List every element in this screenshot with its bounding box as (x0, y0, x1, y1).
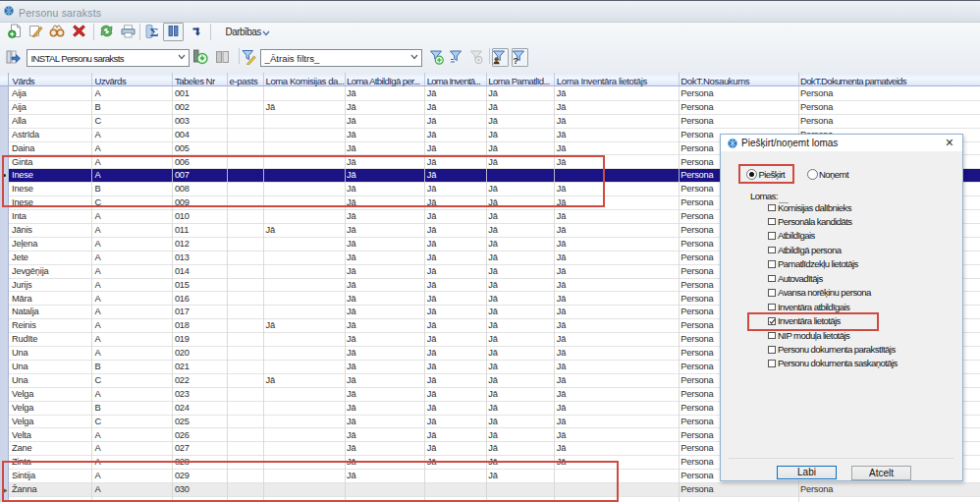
svg-text:?: ? (513, 55, 518, 66)
svg-text:Σ: Σ (150, 25, 159, 39)
